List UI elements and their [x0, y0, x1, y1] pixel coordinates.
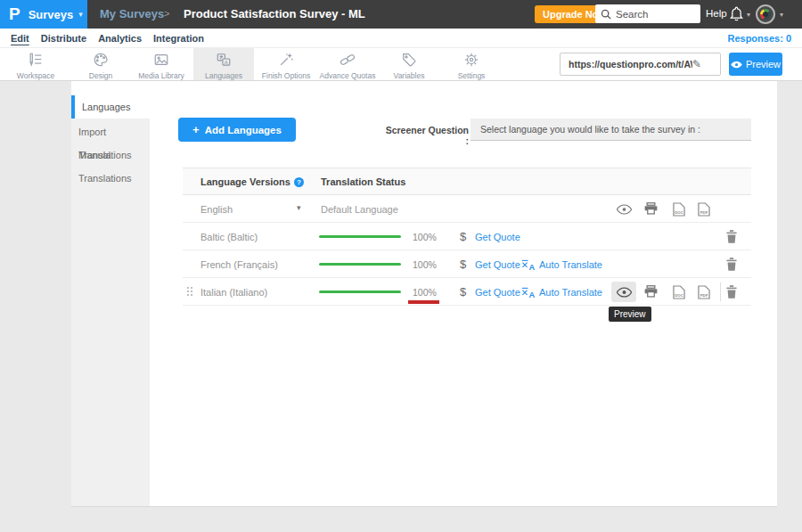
search-icon	[601, 9, 611, 20]
export-doc-icon[interactable]: DOC	[673, 202, 685, 220]
table-row-italian: Italian (Italiano) 100% $ Get Quote A Au…	[183, 278, 751, 306]
language-name[interactable]: English	[200, 204, 233, 215]
translation-progress-bar	[319, 291, 401, 293]
nav-edit[interactable]: Edit	[11, 33, 29, 44]
chevron-down-icon: ▾	[78, 10, 83, 19]
svg-text:DOC: DOC	[675, 293, 683, 298]
help-question-icon[interactable]: ?	[294, 177, 304, 187]
media-library-icon	[153, 52, 169, 68]
export-doc-icon[interactable]: DOC	[673, 285, 685, 303]
page-background: Languages Import Translations Manual Tra…	[0, 81, 802, 532]
plus-icon: +	[192, 123, 200, 136]
dollar-icon[interactable]: $	[460, 258, 466, 271]
svg-text:A: A	[528, 291, 535, 299]
tab-workspace[interactable]: Workspace	[5, 48, 66, 80]
translation-progress-bar	[319, 235, 401, 238]
get-quote-link[interactable]: Get Quote	[475, 287, 520, 298]
table-row-english: English ▾ Default Language DOC PDF	[183, 195, 751, 223]
translation-percent: 100%	[413, 259, 437, 270]
nav-analytics[interactable]: Analytics	[98, 33, 142, 44]
translation-progress-bar	[319, 263, 401, 266]
top-bar: P Surveys ▾ My Surveys > Product Satisfa…	[0, 0, 802, 29]
delete-trash-icon[interactable]	[726, 285, 737, 302]
magic-wand-icon	[278, 52, 294, 68]
screener-question-label: Screener Question :	[385, 125, 469, 146]
dollar-icon[interactable]: $	[460, 230, 466, 243]
svg-text:DOC: DOC	[675, 210, 683, 215]
sidebar-item-manual-translations[interactable]: Manual Translations	[71, 143, 150, 167]
export-pdf-icon[interactable]: PDF	[698, 202, 710, 220]
col-language-versions: Language Versions?	[200, 176, 304, 187]
export-pdf-icon[interactable]: PDF	[698, 285, 710, 303]
gear-icon	[463, 52, 479, 68]
col-translation-status: Translation Status	[321, 176, 405, 187]
tab-design[interactable]: Design	[70, 48, 131, 80]
table-row-french: French (Français) 100% $ Get Quote A Aut…	[183, 250, 751, 278]
sidebar-item-languages[interactable]: Languages	[71, 95, 150, 119]
tab-languages[interactable]: A Languages	[193, 48, 254, 80]
tab-finish-options[interactable]: Finish Options	[256, 48, 316, 80]
icon-divider	[720, 282, 721, 301]
product-menu[interactable]: P Surveys ▾	[0, 0, 87, 29]
help-link[interactable]: Help	[706, 8, 727, 19]
breadcrumb-my-surveys[interactable]: My Surveys	[100, 7, 164, 20]
bell-caret-icon[interactable]: ▾	[747, 11, 750, 19]
design-palette-icon	[93, 52, 109, 68]
drag-handle-icon[interactable]	[187, 287, 189, 289]
language-name: Italian (Italiano)	[200, 287, 267, 298]
auto-translate-link[interactable]: Auto Translate	[539, 259, 602, 270]
preview-tooltip: Preview	[609, 307, 651, 322]
notifications-bell-icon[interactable]	[730, 6, 743, 25]
survey-url-field[interactable]: https://questionpro.com/t/AW22Zd1S1 ✎	[560, 53, 721, 76]
default-language-label: Default Language	[321, 204, 398, 215]
sidebar-item-import-translations[interactable]: Import Translations	[71, 120, 150, 143]
language-dropdown-caret-icon[interactable]: ▾	[297, 203, 301, 212]
preview-eye-icon[interactable]	[617, 285, 632, 301]
translation-percent: 100%	[413, 232, 437, 242]
edit-toolbar: Workspace Design Media Library A Languag…	[0, 48, 802, 81]
table-header: Language Versions? Translation Status	[183, 168, 751, 195]
get-quote-link[interactable]: Get Quote	[475, 259, 520, 270]
add-languages-button[interactable]: +Add Languages	[178, 118, 296, 142]
preview-eye-icon[interactable]	[617, 202, 632, 218]
tab-advance-quotas[interactable]: Advance Quotas	[317, 48, 378, 80]
avatar[interactable]	[756, 4, 775, 24]
delete-trash-icon[interactable]	[726, 230, 737, 247]
preview-button[interactable]: Preview	[729, 53, 782, 76]
auto-translate-icon[interactable]: A	[521, 286, 535, 302]
language-name: Baltic (Baltic)	[200, 232, 258, 242]
svg-text:PDF: PDF	[700, 210, 708, 215]
tab-media-library[interactable]: Media Library	[131, 48, 192, 80]
nav-integration[interactable]: Integration	[153, 33, 204, 44]
tab-variables[interactable]: Variables	[379, 48, 439, 80]
auto-translate-icon[interactable]: A	[521, 258, 535, 274]
product-menu-label: Surveys	[29, 8, 74, 21]
sidebar-panel: Import Translations Manual Translations	[71, 119, 150, 506]
preview-button-label: Preview	[746, 59, 781, 70]
auto-translate-link[interactable]: Auto Translate	[539, 287, 602, 298]
edit-url-pencil-icon[interactable]: ✎	[692, 58, 701, 70]
print-icon[interactable]	[644, 202, 658, 218]
red-annotation-underline	[408, 300, 439, 304]
delete-trash-icon[interactable]	[726, 258, 737, 274]
breadcrumb-separator: >	[164, 8, 169, 19]
svg-text:A: A	[225, 60, 228, 65]
dollar-icon[interactable]: $	[460, 285, 466, 299]
responses-count[interactable]: Responses: 0	[727, 33, 791, 44]
gauge-icon	[760, 9, 771, 20]
global-search[interactable]	[595, 4, 700, 23]
get-quote-link[interactable]: Get Quote	[475, 232, 520, 242]
survey-url-text: https://questionpro.com/t/AW22Zd1S1	[561, 59, 692, 70]
tag-icon	[401, 52, 417, 68]
avatar-caret-icon[interactable]: ▾	[780, 11, 783, 19]
svg-text:A: A	[528, 263, 535, 271]
nav-distribute[interactable]: Distribute	[41, 33, 86, 44]
language-versions-table: Language Versions? Translation Status En…	[183, 168, 751, 306]
table-row-baltic: Baltic (Baltic) 100% $ Get Quote	[183, 223, 751, 250]
print-icon[interactable]	[644, 285, 658, 301]
search-input[interactable]	[616, 9, 694, 20]
add-languages-label: Add Languages	[205, 125, 282, 135]
chain-links-icon	[340, 52, 356, 68]
screener-question-field[interactable]: Select language you would like to take t…	[471, 119, 751, 141]
tab-settings[interactable]: Settings	[441, 48, 502, 80]
